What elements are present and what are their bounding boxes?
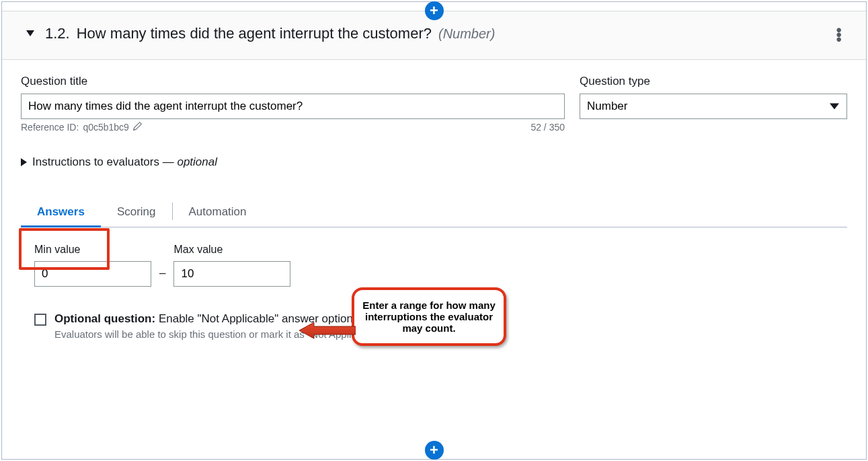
question-type-field: Question type Number: [580, 75, 847, 133]
fields-row: Question title Reference ID: q0c5b1bc9 5…: [21, 75, 847, 133]
tab-scoring[interactable]: Scoring: [101, 196, 172, 227]
question-type-hint: (Number): [438, 26, 495, 42]
optional-bold: Optional question:: [54, 312, 155, 325]
min-value-input[interactable]: [34, 261, 151, 287]
title-meta-row: Reference ID: q0c5b1bc9 52 / 350: [21, 122, 565, 133]
plus-icon: +: [430, 2, 438, 20]
min-value-field: Min value: [34, 244, 151, 287]
add-question-below-button[interactable]: +: [425, 441, 444, 460]
range-dash: –: [159, 267, 165, 287]
reference-id-value: q0c5b1bc9: [83, 122, 129, 133]
tab-answers[interactable]: Answers: [21, 196, 101, 227]
question-type-select-wrap: Number: [580, 94, 847, 119]
question-body: Question title Reference ID: q0c5b1bc9 5…: [2, 60, 866, 353]
add-question-above-button[interactable]: +: [425, 1, 444, 20]
pencil-icon: [133, 122, 142, 131]
annotation-callout: Enter a range for how many interruptions…: [352, 287, 506, 346]
tabs: Answers Scoring Automation: [21, 196, 847, 227]
optional-question-checkbox[interactable]: [34, 314, 46, 326]
reference-id-label: Reference ID:: [21, 122, 79, 133]
edit-reference-id-icon[interactable]: [133, 122, 142, 133]
expand-icon: [21, 158, 27, 166]
annotation-text: Enter a range for how many interruptions…: [362, 299, 496, 334]
question-title-input[interactable]: [21, 94, 565, 119]
tab-automation[interactable]: Automation: [173, 196, 263, 227]
svg-marker-0: [299, 322, 356, 339]
reference-id-group: Reference ID: q0c5b1bc9: [21, 122, 142, 133]
plus-icon: +: [430, 441, 438, 459]
max-value-label: Max value: [173, 244, 290, 256]
min-value-label: Min value: [34, 244, 151, 256]
question-menu-button[interactable]: • • •: [831, 24, 847, 43]
range-row: Min value – Max value: [34, 244, 834, 287]
question-title-label: Question title: [21, 75, 565, 88]
instructions-toggle[interactable]: Instructions to evaluators — optional: [21, 155, 847, 169]
dot-icon: •: [836, 36, 842, 40]
question-title-field: Question title Reference ID: q0c5b1bc9 5…: [21, 75, 565, 133]
collapse-icon[interactable]: [26, 30, 34, 36]
max-value-field: Max value: [173, 244, 290, 287]
instructions-optional: optional: [177, 155, 217, 169]
max-value-input[interactable]: [173, 261, 290, 287]
question-type-select[interactable]: Number: [580, 94, 847, 119]
char-count: 52 / 350: [530, 122, 565, 133]
header-title-group: 1.2. How many times did the agent interr…: [26, 25, 495, 42]
question-title-display: How many times did the agent interrupt t…: [77, 25, 432, 42]
question-editor-panel: + 1.2. How many times did the agent inte…: [1, 1, 867, 460]
question-number: 1.2.: [45, 25, 70, 42]
annotation-arrow: [299, 321, 356, 340]
instructions-label: Instructions to evaluators —: [32, 155, 174, 169]
question-type-label: Question type: [580, 75, 847, 88]
